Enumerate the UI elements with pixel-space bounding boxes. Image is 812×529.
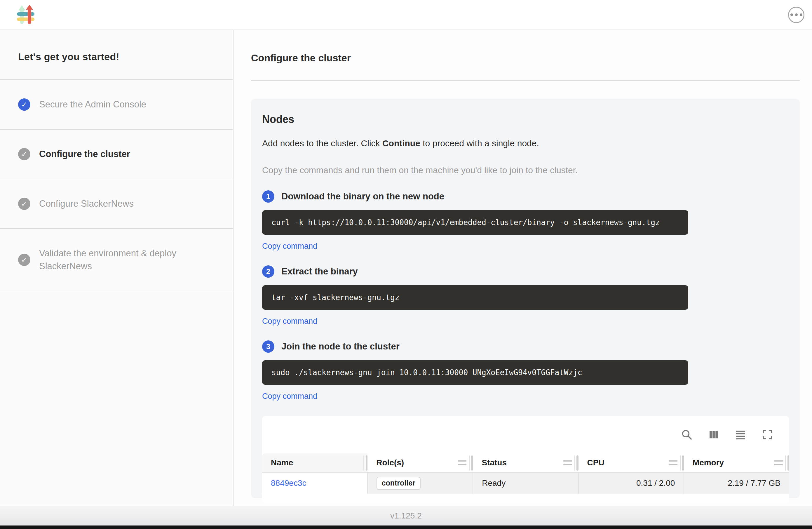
nodes-table-panel: Name Role(s) Status bbox=[262, 416, 789, 504]
sidebar-item-label: Configure SlackerNews bbox=[39, 197, 134, 210]
column-menu-icon[interactable] bbox=[669, 460, 678, 466]
top-bar bbox=[0, 0, 812, 30]
step-number-badge: 2 bbox=[262, 266, 274, 277]
step-title: Download the binary on the new node bbox=[281, 191, 444, 202]
node-memory-cell: 2.19 / 7.77 GB bbox=[684, 473, 789, 494]
copy-command-link[interactable]: Copy command bbox=[262, 317, 317, 326]
sidebar-item-configure-slackernews[interactable]: ✓ Configure SlackerNews bbox=[0, 179, 233, 229]
main-panel: Configure the cluster Nodes Add nodes to… bbox=[233, 30, 812, 506]
column-resize-handle[interactable] bbox=[575, 455, 579, 471]
node-table-row: 8849ec3c controller Ready 0.31 / 2.00 2.… bbox=[262, 473, 789, 494]
download-binary-command: curl -k https://10.0.0.11:30000/api/v1/e… bbox=[262, 210, 688, 235]
sidebar-item-label: Configure the cluster bbox=[39, 148, 130, 160]
teal-bar bbox=[17, 12, 34, 16]
version-label: v1.125.2 bbox=[390, 511, 421, 520]
nodes-heading: Nodes bbox=[262, 113, 789, 126]
step-3-header: 3 Join the node to the cluster bbox=[262, 340, 789, 353]
ellipsis-dot bbox=[791, 13, 793, 16]
column-header-roles[interactable]: Role(s) bbox=[367, 453, 473, 472]
setup-sidebar: Let's get you started! ✓ Secure the Admi… bbox=[0, 30, 233, 506]
column-resize-handle[interactable] bbox=[680, 455, 684, 471]
column-header-name[interactable]: Name bbox=[262, 453, 367, 472]
nodes-intro-text: Add nodes to the cluster. Click Continue… bbox=[262, 138, 789, 148]
sidebar-item-label: Secure the Admin Console bbox=[39, 98, 146, 111]
version-footer: v1.125.2 bbox=[0, 506, 812, 526]
ellipsis-dot bbox=[800, 13, 802, 16]
column-menu-icon[interactable] bbox=[563, 460, 572, 466]
step-1-header: 1 Download the binary on the new node bbox=[262, 190, 789, 203]
view-columns-icon[interactable] bbox=[707, 428, 720, 441]
column-resize-handle[interactable] bbox=[469, 455, 473, 471]
column-resize-handle[interactable] bbox=[363, 455, 367, 471]
node-cpu-cell: 0.31 / 2.00 bbox=[579, 473, 684, 494]
sidebar-item-configure-cluster[interactable]: ✓ Configure the cluster bbox=[0, 130, 233, 179]
yellow-bar bbox=[17, 17, 34, 21]
join-node-command: sudo ./slackernews-gnu join 10.0.0.11:30… bbox=[262, 360, 688, 385]
node-name-link[interactable]: 8849ec3c bbox=[271, 478, 306, 488]
sidebar-item-label: Validate the environment & deploy Slacke… bbox=[39, 247, 215, 273]
copy-command-link[interactable]: Copy command bbox=[262, 392, 317, 401]
node-roles-cell: controller bbox=[368, 473, 474, 494]
extract-binary-command: tar -xvf slackernews-gnu.tgz bbox=[262, 285, 688, 310]
column-menu-icon[interactable] bbox=[458, 460, 466, 466]
step-title: Extract the binary bbox=[281, 266, 358, 277]
node-status-cell: Ready bbox=[473, 473, 579, 494]
nodes-card: Nodes Add nodes to the cluster. Click Co… bbox=[251, 99, 800, 498]
content-area: Let's get you started! ✓ Secure the Admi… bbox=[0, 30, 812, 506]
column-menu-icon[interactable] bbox=[774, 460, 783, 466]
column-resize-handle[interactable] bbox=[785, 455, 789, 471]
table-header-row: Name Role(s) Status bbox=[262, 453, 789, 473]
copy-command-link[interactable]: Copy command bbox=[262, 242, 317, 251]
ellipsis-dot bbox=[795, 13, 798, 16]
column-header-cpu[interactable]: CPU bbox=[579, 453, 684, 472]
window-bottom-edge bbox=[0, 526, 812, 529]
fullscreen-icon[interactable] bbox=[760, 428, 774, 441]
search-icon[interactable] bbox=[680, 428, 694, 441]
step-number-badge: 3 bbox=[262, 340, 274, 353]
node-name-cell: 8849ec3c bbox=[262, 473, 368, 494]
column-header-memory[interactable]: Memory bbox=[684, 453, 789, 472]
copy-commands-hint: Copy the commands and run them on the ma… bbox=[262, 165, 789, 175]
step-number-badge: 1 bbox=[262, 190, 274, 203]
slackernews-logo bbox=[16, 4, 35, 25]
page-title: Configure the cluster bbox=[251, 52, 800, 63]
sidebar-item-validate-deploy[interactable]: ✓ Validate the environment & deploy Slac… bbox=[0, 229, 233, 291]
more-options-button[interactable] bbox=[788, 7, 804, 23]
title-divider bbox=[251, 80, 800, 81]
check-circle-icon: ✓ bbox=[18, 198, 30, 210]
check-circle-icon: ✓ bbox=[18, 98, 30, 111]
step-2-header: 2 Extract the binary bbox=[262, 266, 789, 277]
column-header-status[interactable]: Status bbox=[473, 453, 578, 472]
step-title: Join the node to the cluster bbox=[281, 341, 400, 352]
sidebar-heading: Let's get you started! bbox=[0, 30, 233, 80]
sidebar-item-secure-admin-console[interactable]: ✓ Secure the Admin Console bbox=[0, 80, 233, 130]
check-circle-icon: ✓ bbox=[18, 148, 30, 160]
role-chip: controller bbox=[377, 477, 421, 490]
check-circle-icon: ✓ bbox=[18, 254, 30, 266]
density-icon[interactable] bbox=[734, 428, 747, 441]
admin-console-page: Let's get you started! ✓ Secure the Admi… bbox=[0, 0, 812, 529]
table-toolbar bbox=[262, 416, 789, 453]
